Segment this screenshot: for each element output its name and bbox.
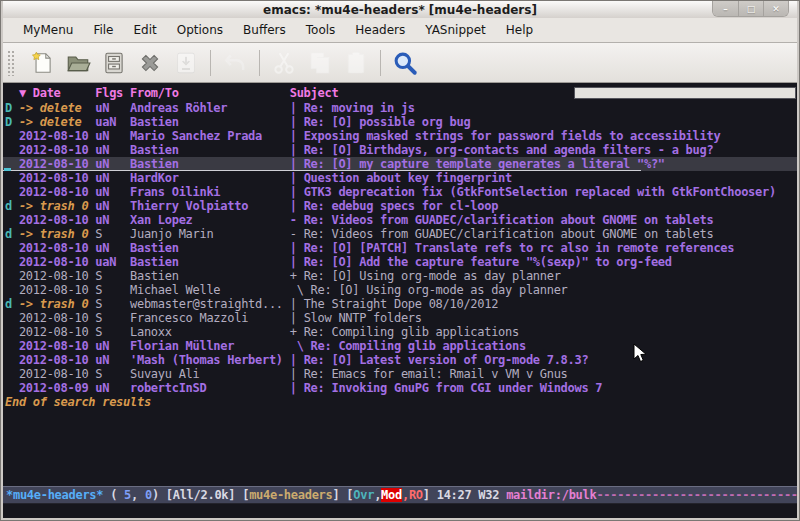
modeline-segment: Ovr [353, 488, 374, 502]
message-row[interactable]: 2012-08-10 uN Bastien | Re: [O] my captu… [3, 157, 797, 171]
modeline-segment: 5 [124, 488, 131, 502]
emacs-window: emacs: *mu4e-headers* [mu4e-headers] –□✕… [0, 0, 800, 521]
tool-bar [3, 43, 797, 83]
menu-tools[interactable]: Tools [296, 20, 346, 40]
mu4e-headers-buffer: ▼ Date Flgs From/To Subject D -> delete … [3, 83, 797, 518]
title-bar: emacs: *mu4e-headers* [mu4e-headers] –□✕ [3, 1, 797, 18]
fringe-cursor [4, 168, 11, 171]
save-icon[interactable] [96, 47, 132, 79]
message-row[interactable]: 2012-08-10 uN HardKor | Question about k… [3, 171, 797, 185]
mode-line: *mu4e-headers* ( 5, 0) [All/2.0k] [mu4e-… [3, 486, 797, 504]
modeline-segment: *mu4e-headers* [6, 488, 103, 502]
menu-bar: MyMenuFileEditOptionsBuffersToolsHeaders… [3, 18, 797, 43]
menu-options[interactable]: Options [167, 20, 233, 40]
message-row[interactable]: 2012-08-09 uN robertcInSD | Re: Invoking… [3, 381, 797, 395]
modeline-segment: ] [423, 488, 437, 502]
message-row[interactable]: 2012-08-10 uN 'Mash (Thomas Herbert) | R… [3, 353, 797, 367]
message-row[interactable]: 2012-08-10 S Francesco Mazzoli | Slow NN… [3, 311, 797, 325]
message-row[interactable]: 2012-08-10 uaN Bastien | Re: [O] Add the… [3, 255, 797, 269]
message-row[interactable]: 2012-08-10 uN Mario Sanchez Prada | Expo… [3, 129, 797, 143]
menu-buffers[interactable]: Buffers [233, 20, 296, 40]
copy-icon [302, 47, 338, 79]
message-row[interactable]: D -> delete uN Andreas Röhler | Re: movi… [3, 101, 797, 115]
end-of-results: End of search results [3, 395, 797, 409]
message-row[interactable]: 2012-08-10 S Lanoxx + Re: Compiling glib… [3, 325, 797, 339]
modeline-segment: ] [332, 488, 346, 502]
message-row[interactable]: 2012-08-10 S Bastien + Re: [O] Using org… [3, 269, 797, 283]
message-row[interactable]: 2012-08-10 S Michael Welle \ Re: [O] Usi… [3, 283, 797, 297]
undo-icon [217, 47, 253, 79]
paste-icon [338, 47, 374, 79]
modeline-segment: maildir:/bulk [506, 488, 596, 502]
menu-yasnippet[interactable]: YASnippet [415, 20, 496, 40]
cut-icon [266, 47, 302, 79]
modified-flag: Mod [381, 488, 402, 502]
header-columns: ▼ Date Flgs From/To Subject [3, 85, 574, 101]
echo-area [3, 504, 797, 518]
message-row[interactable]: D -> delete uaN Bastien | Re: [O] possib… [3, 115, 797, 129]
modeline-segment: ( [103, 488, 124, 502]
menu-headers[interactable]: Headers [345, 20, 415, 40]
modeline-segment: ) [152, 488, 166, 502]
message-row[interactable]: d -> trash 0 uN Thierry Volpiatto | Re: … [3, 199, 797, 213]
message-row[interactable]: 2012-08-10 uN Florian Müllner \ Re: Comp… [3, 339, 797, 353]
message-row[interactable]: 2012-08-10 uN Xan Lopez - Re: Videos fro… [3, 213, 797, 227]
header-line: ▼ Date Flgs From/To Subject [3, 85, 797, 101]
modeline-segment: ---------------------------------------- [596, 488, 797, 502]
modeline-segment: [All/2.0k] [166, 488, 242, 502]
menu-mymenu[interactable]: MyMenu [13, 20, 83, 40]
save-as-icon [168, 47, 204, 79]
modeline-segment: , [131, 488, 145, 502]
window-title: emacs: *mu4e-headers* [mu4e-headers] [263, 3, 537, 17]
window-controls: –□✕ [712, 1, 789, 17]
toolbar-separator [210, 50, 211, 76]
toolbar-separator [380, 50, 381, 76]
message-row[interactable]: d -> trash 0 S webmaster@straightd... | … [3, 297, 797, 311]
maximize-button[interactable]: □ [738, 1, 763, 16]
search-icon[interactable] [387, 47, 423, 79]
menu-edit[interactable]: Edit [124, 20, 167, 40]
modeline-segment: mu4e-headers [249, 488, 332, 502]
minimize-button[interactable]: – [713, 1, 738, 16]
modeline-segment: , [402, 488, 409, 502]
message-row[interactable]: 2012-08-10 uN Bastien | Re: [O] Birthday… [3, 143, 797, 157]
close-button[interactable]: ✕ [763, 1, 788, 16]
message-list: D -> delete uN Andreas Röhler | Re: movi… [3, 101, 797, 395]
menu-help[interactable]: Help [496, 20, 543, 40]
toolbar-separator [259, 50, 260, 76]
message-row[interactable]: 2012-08-10 S Suvayu Ali | Re: Emacs for … [3, 367, 797, 381]
message-row[interactable]: 2012-08-10 uN Bastien | Re: [O] [PATCH] … [3, 241, 797, 255]
open-folder-icon[interactable] [60, 47, 96, 79]
toolbar-grip-icon [7, 50, 16, 76]
message-row[interactable]: 2012-08-10 uN Frans Oilinki | GTK3 depre… [3, 185, 797, 199]
modeline-segment: 14:27 W32 [437, 488, 506, 502]
new-file-icon[interactable] [24, 47, 60, 79]
modeline-segment: 0 [145, 488, 152, 502]
header-line-filler [574, 87, 796, 99]
close-icon[interactable] [132, 47, 168, 79]
menu-file[interactable]: File [83, 20, 123, 40]
modeline-segment: RO [409, 488, 423, 502]
message-row[interactable]: d -> trash 0 S Juanjo Marin - Re: Videos… [3, 227, 797, 241]
